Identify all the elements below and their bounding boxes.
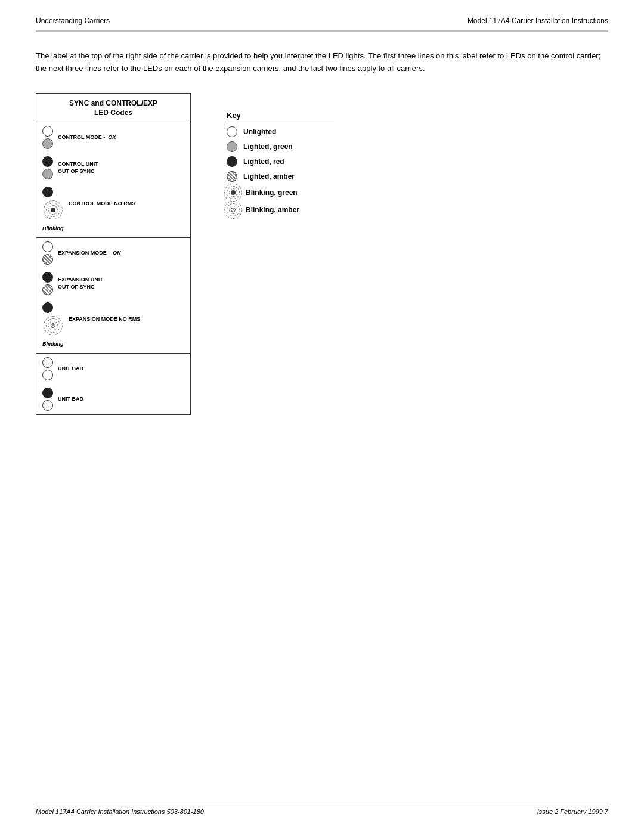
key-item-lighted-green: Lighted, green	[227, 141, 334, 152]
key-item-blinking-green: Blinking, green	[227, 186, 334, 199]
page-footer: Model 117A4 Carrier Installation Instruc…	[36, 804, 608, 815]
led-green-icon	[42, 169, 53, 179]
key-label-lighted-green: Lighted, green	[243, 143, 293, 151]
control-unit-out-of-sync-label: CONTROL UNITOUT OF SYNC	[58, 161, 98, 175]
led-unlighted-icon	[42, 400, 53, 411]
led-blinking-amber-key-icon	[227, 203, 240, 216]
led-row-control-no-rms-container: CONTROL MODE NO RMs Blinking	[36, 183, 190, 237]
led-green-key-icon	[227, 141, 237, 152]
led-blinking-green-icon	[42, 199, 64, 221]
led-unlighted-icon	[42, 126, 53, 137]
led-unlighted-key-icon	[227, 126, 237, 137]
led-stack-control-no-rms	[42, 187, 64, 221]
led-stack-control-ok	[42, 126, 53, 149]
control-section: CONTROL MODE - OK CONTROL UNITOUT OF SYN…	[36, 122, 190, 238]
led-red-icon	[42, 156, 53, 167]
blinking-note-control: Blinking	[36, 224, 190, 235]
led-red-icon	[42, 302, 53, 313]
led-stack-unit-bad-2	[42, 388, 53, 411]
unit-bad-2-label: UNIT BAD	[58, 396, 83, 403]
led-row-control-out-of-sync: CONTROL UNITOUT OF SYNC	[36, 153, 190, 183]
key-item-blinking-amber: Blinking, amber	[227, 203, 334, 216]
page-header: Understanding Carriers Model 117A4 Carri…	[0, 0, 644, 29]
led-red-icon	[42, 388, 53, 398]
key-label-blinking-green: Blinking, green	[246, 188, 298, 197]
led-red-key-icon	[227, 156, 237, 167]
led-row-expansion-no-rms-container: EXPANSION MODE NO RMs Blinking	[36, 299, 190, 353]
led-table-header: SYNC and CONTROL/EXP LED Codes	[36, 94, 190, 123]
header-rule	[36, 29, 608, 29]
led-stack-unit-bad-1	[42, 357, 53, 380]
header-left: Understanding Carriers	[36, 17, 110, 25]
led-row-expansion-no-rms: EXPANSION MODE NO RMs	[36, 299, 190, 340]
key-item-lighted-red: Lighted, red	[227, 156, 334, 167]
key-label-unlighted: Unlighted	[243, 128, 276, 136]
key-item-lighted-amber: Lighted, amber	[227, 171, 334, 182]
expansion-unit-out-of-sync-label: EXPANSION UNITOUT OF SYNC	[58, 277, 103, 290]
led-green-icon	[42, 138, 53, 149]
led-row-expansion-out-of-sync: EXPANSION UNITOUT OF SYNC	[36, 268, 190, 299]
key-label-blinking-amber: Blinking, amber	[246, 206, 299, 214]
led-row-control-mode-ok: CONTROL MODE - OK	[36, 122, 190, 153]
expansion-mode-ok-label: EXPANSION MODE - OK	[58, 250, 121, 257]
led-unlighted-icon	[42, 370, 53, 380]
header-rule-thick	[36, 30, 608, 32]
led-red-icon	[42, 187, 53, 197]
unit-bad-1-label: UNIT BAD	[58, 366, 83, 373]
unit-bad-section: UNIT BAD UNIT BAD	[36, 354, 190, 414]
footer-right: Issue 2 February 1999 7	[537, 808, 608, 815]
led-amber-key-icon	[227, 171, 237, 182]
led-row-expansion-mode-ok: EXPANSION MODE - OK	[36, 238, 190, 268]
led-stack-expansion-ok	[42, 241, 53, 265]
led-stack-expansion-sync	[42, 272, 53, 295]
led-row-unit-bad-1: UNIT BAD	[36, 354, 190, 384]
led-amber-icon	[42, 254, 53, 265]
led-blinking-amber-icon	[42, 315, 64, 336]
key-title: Key	[227, 111, 334, 122]
main-content: SYNC and CONTROL/EXP LED Codes CONTROL M…	[0, 93, 644, 416]
expansion-section: EXPANSION MODE - OK EXPANSION UNITOUT OF…	[36, 238, 190, 354]
led-diagram-table: SYNC and CONTROL/EXP LED Codes CONTROL M…	[36, 93, 191, 416]
key-label-lighted-red: Lighted, red	[243, 157, 284, 166]
header-right: Model 117A4 Carrier Installation Instruc…	[467, 17, 608, 25]
blinking-note-expansion: Blinking	[36, 340, 190, 351]
control-no-rms-label: CONTROL MODE NO RMs	[69, 200, 135, 208]
led-amber-icon	[42, 284, 53, 295]
key-label-lighted-amber: Lighted, amber	[243, 172, 295, 181]
key-section: Key Unlighted Lighted, green Lighted, re…	[227, 93, 334, 416]
body-paragraph: The label at the top of the right side o…	[36, 50, 608, 75]
footer-left: Model 117A4 Carrier Installation Instruc…	[36, 808, 204, 815]
led-unlighted-icon	[42, 357, 53, 368]
led-blinking-green-key-icon	[227, 186, 240, 199]
expansion-no-rms-label: EXPANSION MODE NO RMs	[69, 316, 140, 323]
led-stack-expansion-no-rms	[42, 302, 64, 336]
led-red-icon	[42, 272, 53, 283]
control-mode-ok-label: CONTROL MODE - OK	[58, 134, 116, 141]
led-row-control-no-rms: CONTROL MODE NO RMs	[36, 183, 190, 224]
led-unlighted-icon	[42, 241, 53, 252]
key-item-unlighted: Unlighted	[227, 126, 334, 137]
led-stack-control-sync	[42, 156, 53, 179]
led-row-unit-bad-2: UNIT BAD	[36, 384, 190, 414]
